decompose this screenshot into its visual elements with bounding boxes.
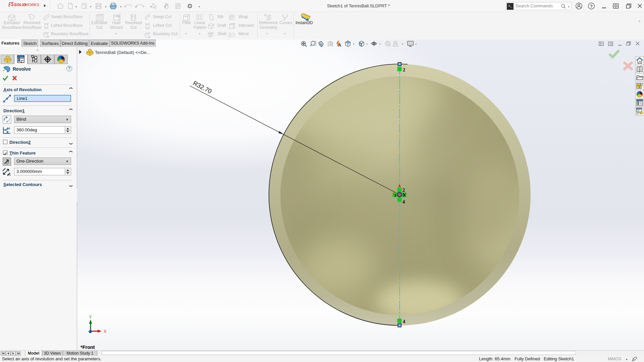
svg-text:▾: ▾ (366, 43, 368, 46)
svg-text:4: 4 (402, 199, 405, 204)
svg-text:4: 4 (403, 319, 405, 324)
svg-text:A: A (338, 43, 341, 48)
svg-text:2: 2 (402, 188, 405, 193)
svg-text:2: 2 (403, 67, 405, 72)
svg-text:Y: Y (89, 314, 92, 319)
svg-text:▾: ▾ (402, 43, 403, 46)
svg-text:A1: A1 (7, 127, 10, 130)
svg-text:▾: ▾ (353, 43, 354, 46)
svg-text:TennisBall (Default) <<De...: TennisBall (Default) <<De... (95, 50, 150, 55)
svg-text:*Front: *Front (80, 345, 95, 350)
svg-text:▾: ▾ (379, 43, 381, 46)
svg-text:T1: T1 (7, 173, 11, 176)
svg-text:X: X (104, 329, 107, 334)
svg-text:1: 1 (394, 193, 396, 198)
svg-text:▾: ▾ (415, 43, 417, 46)
